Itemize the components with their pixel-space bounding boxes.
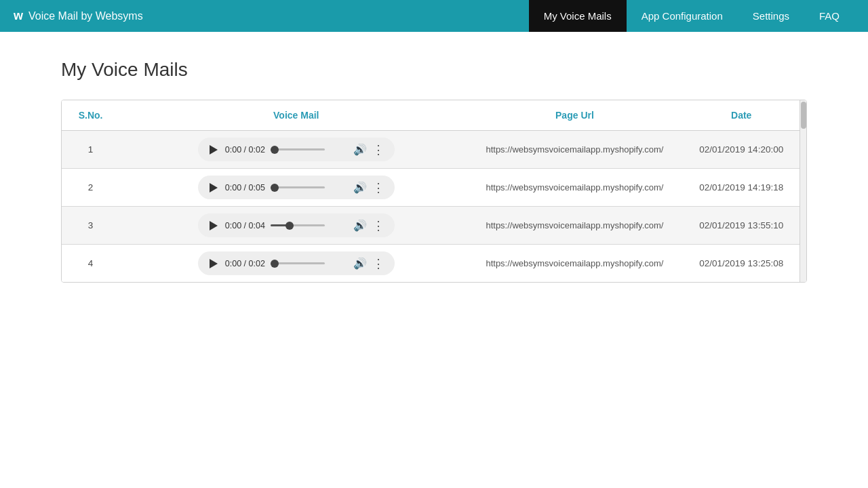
brand-icon: w: [14, 9, 23, 23]
scrollbar-thumb: [801, 102, 806, 129]
nav-item-settings[interactable]: Settings: [738, 0, 804, 32]
progress-bar-3[interactable]: [271, 224, 325, 226]
play-icon-2: [210, 183, 218, 192]
nav-item-my-voice-mails[interactable]: My Voice Mails: [529, 0, 627, 32]
page-title: My Voice Mails: [61, 59, 807, 81]
nav-item-faq[interactable]: FAQ: [804, 0, 854, 32]
navbar-nav: My Voice Mails App Configuration Setting…: [529, 0, 854, 32]
row-voicemail: 0:00 / 0:02 🔊 ⋮: [119, 131, 473, 169]
row-voicemail: 0:00 / 0:04 🔊 ⋮: [119, 207, 473, 245]
brand: w Voice Mail by Websyms: [14, 9, 143, 23]
progress-container-2: [271, 186, 348, 188]
row-sno: 4: [62, 245, 119, 283]
more-icon-3[interactable]: ⋮: [372, 220, 385, 232]
table-row: 4 0:00 / 0:02: [62, 245, 806, 283]
voicemail-table-container: S.No. Voice Mail Page Url Date 1 0: [61, 100, 807, 283]
volume-icon-3[interactable]: 🔊: [353, 219, 367, 232]
row-voicemail: 0:00 / 0:02 🔊 ⋮: [119, 245, 473, 283]
audio-player-2: 0:00 / 0:05 🔊 ⋮: [198, 176, 395, 199]
progress-bar-1[interactable]: [271, 148, 325, 150]
row-url: https://websymsvoicemailapp.myshopify.co…: [473, 207, 676, 245]
time-display-3: 0:00 / 0:04: [225, 221, 265, 230]
row-url: https://websymsvoicemailapp.myshopify.co…: [473, 245, 676, 283]
row-sno: 1: [62, 131, 119, 169]
row-sno: 3: [62, 207, 119, 245]
progress-dot-4: [271, 260, 279, 268]
row-url: https://websymsvoicemailapp.myshopify.co…: [473, 169, 676, 207]
time-display-4: 0:00 / 0:02: [225, 259, 265, 268]
more-icon-1[interactable]: ⋮: [372, 144, 385, 156]
row-voicemail: 0:00 / 0:05 🔊 ⋮: [119, 169, 473, 207]
brand-label: Voice Mail by Websyms: [28, 10, 143, 22]
voicemail-table: S.No. Voice Mail Page Url Date 1 0: [62, 100, 806, 282]
audio-player-3: 0:00 / 0:04 🔊 ⋮: [198, 214, 395, 237]
col-header-date: Date: [676, 100, 806, 131]
volume-icon-4[interactable]: 🔊: [353, 257, 367, 270]
play-icon-1: [210, 145, 218, 155]
row-sno: 2: [62, 169, 119, 207]
col-header-voicemail: Voice Mail: [119, 100, 473, 131]
play-button-4[interactable]: [208, 258, 220, 270]
row-date: 02/01/2019 14:20:00: [676, 131, 806, 169]
row-url: https://websymsvoicemailapp.myshopify.co…: [473, 131, 676, 169]
play-button-1[interactable]: [208, 144, 220, 156]
progress-container-4: [271, 262, 348, 264]
navbar: w Voice Mail by Websyms My Voice Mails A…: [0, 0, 868, 32]
progress-dot-1: [271, 146, 279, 154]
volume-icon-2[interactable]: 🔊: [353, 181, 367, 194]
audio-player-1: 0:00 / 0:02 🔊 ⋮: [198, 138, 395, 161]
more-icon-2[interactable]: ⋮: [372, 182, 385, 194]
col-header-page-url: Page Url: [473, 100, 676, 131]
progress-dot-2: [271, 184, 279, 192]
progress-container-1: [271, 148, 348, 150]
progress-bar-4[interactable]: [271, 262, 325, 264]
row-date: 02/01/2019 14:19:18: [676, 169, 806, 207]
table-header-row: S.No. Voice Mail Page Url Date: [62, 100, 806, 131]
main-content: My Voice Mails S.No. Voice Mail Page Url…: [0, 32, 868, 310]
nav-item-app-configuration[interactable]: App Configuration: [627, 0, 738, 32]
play-button-3[interactable]: [208, 220, 220, 232]
time-display-1: 0:00 / 0:02: [225, 145, 265, 155]
progress-container-3: [271, 224, 348, 226]
time-display-2: 0:00 / 0:05: [225, 183, 265, 192]
row-date: 02/01/2019 13:55:10: [676, 207, 806, 245]
row-date: 02/01/2019 13:25:08: [676, 245, 806, 283]
volume-icon-1[interactable]: 🔊: [353, 143, 367, 156]
play-button-2[interactable]: [208, 182, 220, 194]
audio-player-4: 0:00 / 0:02 🔊 ⋮: [198, 251, 395, 275]
progress-bar-2[interactable]: [271, 186, 325, 188]
play-icon-4: [210, 259, 218, 268]
more-icon-4[interactable]: ⋮: [372, 258, 385, 270]
table-row: 1 0:00 / 0:02: [62, 131, 806, 169]
col-header-sno: S.No.: [62, 100, 119, 131]
scrollbar[interactable]: [800, 100, 806, 282]
play-icon-3: [210, 221, 218, 230]
table-row: 2 0:00 / 0:05: [62, 169, 806, 207]
table-row: 3 0:00 / 0:04: [62, 207, 806, 245]
progress-dot-3: [285, 222, 294, 230]
